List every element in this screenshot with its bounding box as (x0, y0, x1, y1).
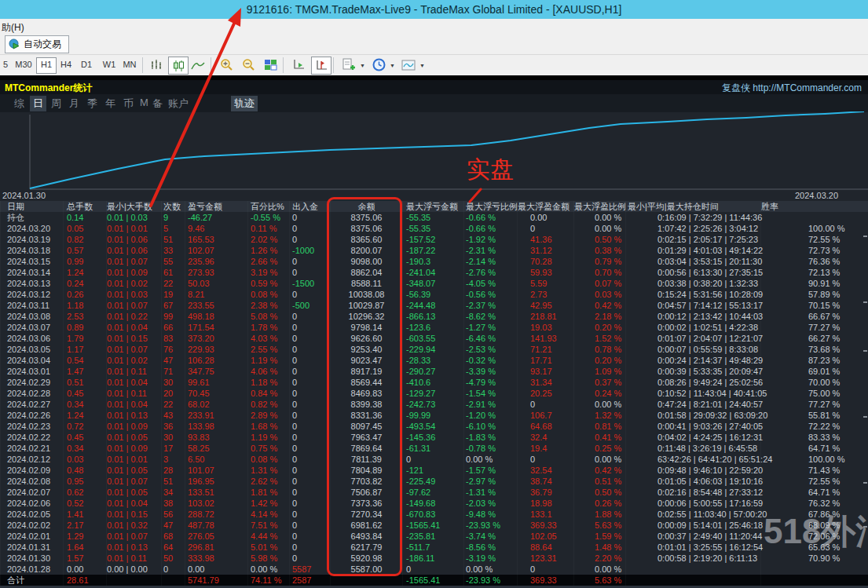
cell-pl-amount: 106.28 (185, 355, 247, 366)
panel-tab-9[interactable]: 备 (149, 96, 166, 111)
table-row[interactable]: 2024.03.130.240.01 | 0.022250.030.59 %-1… (0, 278, 868, 289)
cell-pl-percent: 百分比% (247, 201, 289, 212)
cell-win-rate: 90.91 % (760, 278, 868, 289)
line-chart-icon[interactable] (189, 57, 207, 73)
bar-chart-icon[interactable] (148, 57, 167, 73)
cell-lots: 0.14 (63, 212, 106, 223)
cell-max-float-loss-pct: -9.48 % (463, 509, 517, 520)
table-row[interactable]: 2024.02.290.510.01 | 0.043099.611.18 %08… (0, 377, 868, 388)
cell-date: 日期 (0, 201, 63, 212)
table-row[interactable]: 2024.02.220.450.01 | 0.053093.831.19 %07… (0, 432, 868, 443)
table-row[interactable]: 2024.03.190.820.01 | 0.0651165.532.02 %0… (0, 234, 868, 245)
auto-scroll-icon[interactable] (289, 57, 308, 73)
cell-date: 2024.02.08 (0, 476, 63, 487)
cell-balance: 7270.34 (330, 509, 402, 520)
panel-tab-10[interactable]: 账户 (165, 96, 192, 111)
table-row[interactable]: 2024.02.090.480.01 | 0.0528101.071.31 %0… (0, 465, 868, 476)
cell-lots: 1.57 (63, 553, 106, 564)
table-row[interactable]: 2024.03.070.890.01 | 0.0466171.541.78 %0… (0, 322, 868, 333)
autotrade-icon (9, 38, 20, 50)
timeframe-button-w1[interactable]: W1 (99, 57, 119, 72)
cell-max-float-profit: 70.28 (517, 256, 573, 267)
table-row[interactable]: 2024.02.011.290.01 | 0.0768276.054.44 %0… (0, 531, 868, 542)
total-row[interactable]: 合计28.615741.7974.11 %2587-1565.41-23.93 … (0, 575, 868, 586)
cell-deposit: 0 (289, 454, 330, 465)
table-row[interactable]: 2024.03.061.790.01 | 0.1583373.204.03 %0… (0, 333, 868, 344)
periods-clock-icon[interactable] (369, 57, 388, 73)
cell-date: 2024.02.22 (0, 432, 63, 443)
panel-tab-7[interactable]: 币 (120, 96, 137, 111)
cell-hold-time: 0:01:58 | 29:09:32 | 63:09:20 (625, 410, 760, 421)
cell-date: 2024.03.08 (0, 311, 63, 322)
cell-lots: 0.24 (63, 278, 106, 289)
table-row[interactable]: 2024.03.141.240.01 | 0.0961273.933.19 %0… (0, 267, 868, 278)
templates-icon[interactable] (399, 57, 418, 73)
cell-pl-percent: 4.44 % (247, 531, 289, 542)
table-row[interactable]: 2024.03.040.540.01 | 0.0247106.281.19 %0… (0, 355, 868, 366)
panel-tab-1[interactable]: 综 (11, 96, 27, 111)
panel-tab-track[interactable]: 轨迹 (231, 96, 258, 111)
table-row[interactable]: 2024.01.301.570.01 | 0.1150333.985.98 %0… (0, 553, 868, 564)
table-row[interactable]: 2024.03.150.990.01 | 0.0755235.962.66 %0… (0, 256, 868, 267)
cell-pl-amount: 133.98 (185, 421, 247, 432)
table-row[interactable]: 2024.03.120.260.01 | 0.03198.210.08 %010… (0, 289, 868, 300)
toolbar-separator (142, 57, 143, 73)
candlestick-icon[interactable] (168, 57, 189, 75)
indicators-caret-icon[interactable]: ▼ (360, 63, 365, 68)
cell-pl-amount: -46.27 (185, 212, 247, 223)
table-row[interactable]: 2024.02.270.340.01 | 0.042268.020.82 %08… (0, 399, 868, 410)
table-row[interactable]: 2024.02.280.450.01 | 0.112070.450.84 %08… (0, 388, 868, 399)
table-row[interactable]: 2024.02.230.720.01 | 0.0936133.981.68 %0… (0, 421, 868, 432)
table-row[interactable]: 2024.02.070.620.01 | 0.0534133.511.81 %0… (0, 487, 868, 498)
table-row[interactable]: 2024.02.060.520.01 | 0.0438103.021.42 %0… (0, 498, 868, 509)
cell-max-float-profit: 64.68 (517, 421, 573, 432)
cell-pl-percent: 1.68 % (247, 421, 289, 432)
panel-tab-6[interactable]: 年 (102, 96, 119, 111)
table-row[interactable]: 2024.03.180.570.01 | 0.0633102.071.26 %-… (0, 245, 868, 256)
table-row[interactable]: 2024.03.011.470.01 | 0.1171347.754.06 %0… (0, 366, 868, 377)
panel-site-link[interactable]: 复盘侠 http://MTCommander.com (722, 82, 862, 95)
cell-deposit: 0 (289, 322, 330, 333)
table-row[interactable]: 2024.03.051.170.01 | 0.0776229.932.55 %0… (0, 344, 868, 355)
cell-max-float-profit-pct: 0.20 % (573, 355, 625, 366)
templates-caret-icon[interactable]: ▼ (419, 63, 425, 68)
toolbar-main: 自动交易 (0, 35, 868, 55)
menu-item-help[interactable]: 助(H) (2, 21, 24, 35)
table-row[interactable]: 2024.02.051.410.01 | 0.1556288.724.14 %0… (0, 509, 868, 520)
panel-tab-3[interactable]: 周 (48, 96, 64, 111)
zoom-out-icon[interactable] (239, 57, 258, 73)
timeframe-button-d1[interactable]: D1 (77, 57, 96, 72)
cell-date: 2024.03.19 (0, 234, 63, 245)
panel-tab-4[interactable]: 月 (66, 96, 82, 111)
zoom-in-icon[interactable] (217, 57, 236, 73)
cell-min-max-lots: 0.01 | 0.03 (106, 289, 161, 300)
cell-pl-percent: 2.02 % (247, 234, 289, 245)
indicators-icon[interactable] (339, 57, 358, 73)
table-row[interactable]: 2024.02.120.030.01 | 0.0136.500.08 %0781… (0, 454, 868, 465)
table-row[interactable]: 2024.02.210.340.01 | 0.091758.250.75 %07… (0, 443, 868, 454)
cell-max-float-loss: -670.83 (402, 509, 463, 520)
panel-tab-2[interactable]: 日 (30, 96, 46, 111)
tile-windows-icon[interactable] (261, 57, 280, 73)
table-row[interactable]: 2024.03.082.530.01 | 0.2299498.185.08 %0… (0, 311, 868, 322)
cell-max-float-profit-pct: 2.18 % (573, 311, 625, 322)
table-row[interactable]: 2024.03.200.050.01 | 0.0159.460.11 %0837… (0, 223, 868, 234)
timeframe-button-h1[interactable]: H1 (36, 57, 57, 74)
table-row[interactable]: 2024.02.080.950.01 | 0.0751196.952.62 %0… (0, 476, 868, 487)
timeframe-button-mn[interactable]: MN (119, 57, 140, 72)
cell-date: 2024.02.27 (0, 399, 63, 410)
holding-row[interactable]: 持仓0.140.01 | 0.039-46.27-0.55 %08375.06-… (0, 212, 868, 223)
table-row[interactable]: 2024.03.111.180.01 | 0.0767233.552.38 %-… (0, 300, 868, 311)
table-row[interactable]: 2024.02.022.170.01 | 0.3247487.787.51 %0… (0, 520, 868, 531)
periods-caret-icon[interactable]: ▼ (390, 63, 395, 68)
timeframe-button-5[interactable]: 5 (1, 57, 10, 72)
table-row[interactable]: 2024.01.311.640.01 | 0.1364296.815.01 %0… (0, 542, 868, 553)
timeframe-button-m30[interactable]: M30 (13, 57, 35, 72)
autotrade-button[interactable]: 自动交易 (5, 35, 69, 53)
panel-tab-5[interactable]: 季 (84, 96, 101, 111)
table-row[interactable]: 2024.02.261.240.01 | 0.1343233.912.89 %0… (0, 410, 868, 421)
chart-shift-icon[interactable] (311, 57, 331, 75)
table-row[interactable]: 2024.01.280.000.00 | 0.0000.000.00 %5587… (0, 564, 868, 575)
cell-max-float-profit: 369.33 (517, 575, 573, 586)
timeframe-button-h4[interactable]: H4 (57, 57, 75, 72)
